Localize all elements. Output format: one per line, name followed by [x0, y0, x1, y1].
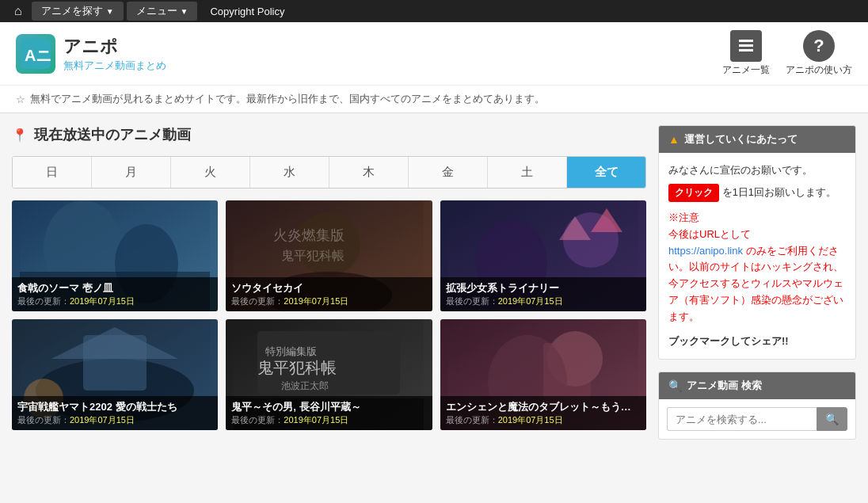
svg-text:特別編集版: 特別編集版: [265, 345, 317, 357]
tab-thursday[interactable]: 木: [329, 157, 409, 188]
pin-icon: ☆: [16, 93, 25, 105]
svg-text:鬼平犯科帳: 鬼平犯科帳: [281, 249, 345, 262]
header-actions: アニメ一覧 ? アニポの使い方: [722, 30, 852, 77]
anime-card[interactable]: 食戟のソーマ 壱ノ皿 最後の更新：2019年07月15日: [12, 200, 218, 311]
explore-label: アニメを探す: [41, 4, 103, 18]
anime-card-info: ソウタイセカイ 最後の更新：2019年07月15日: [226, 277, 432, 311]
section-title-area: 📍 現在放送中のアニメ動画: [12, 125, 646, 144]
svg-text:火炎燃集版: 火炎燃集版: [273, 227, 345, 243]
anime-date: 最後の更新：2019年07月15日: [231, 414, 426, 426]
usage-label: アニポの使い方: [786, 63, 852, 77]
search-icon: 🔍: [668, 379, 682, 392]
sidebar: ▲ 運営していくにあたって みなさんに宣伝のお願いです。 クリック を1日1回お…: [658, 125, 856, 452]
anime-card-info: 宇宙戦艦ヤマト2202 愛の戦士たち 最後の更新：2019年07月15日: [12, 396, 218, 430]
anime-grid: 食戟のソーマ 壱ノ皿 最後の更新：2019年07月15日: [12, 200, 646, 430]
tab-all[interactable]: 全て: [567, 157, 645, 188]
anime-list-icon: [730, 30, 762, 62]
anime-card-info: 鬼平～その男, 長谷川平蔵～ 最後の更新：2019年07月15日: [226, 396, 432, 430]
logo-icon: Aニ: [16, 34, 55, 74]
anime-card[interactable]: 特別編集版 鬼平犯科帳 池波正太郎 鬼平～その男, 長谷川平蔵～ 最後の更新：2…: [226, 319, 432, 430]
tab-tuesday[interactable]: 火: [171, 157, 250, 188]
warning-line1: 今後はURLとして: [668, 228, 751, 240]
svg-point-10: [297, 212, 360, 276]
bookmark-text: ブックマークしてシェア!!: [668, 333, 846, 350]
click-badge[interactable]: クリック: [668, 184, 719, 202]
notice-text1: みなさんに宣伝のお願いです。: [668, 162, 846, 179]
search-header-label: アニメ動画 検索: [687, 379, 762, 393]
anime-list-label: アニメ一覧: [722, 63, 770, 77]
search-box: 🔍 アニメ動画 検索 🔍: [658, 372, 856, 440]
anime-card[interactable]: 火炎燃集版 鬼平犯科帳 ソウタイセカイ 最後の更新：2019年07月15日: [226, 200, 432, 311]
anime-title: エンシェンと魔法のタブレット～もうひとつのひるね姫～: [446, 400, 641, 414]
svg-text:Aニ: Aニ: [25, 47, 51, 64]
usage-icon: ?: [803, 30, 835, 62]
explore-dropdown[interactable]: アニメを探す ▼: [32, 2, 124, 21]
svg-text:鬼平犯科帳: 鬼平犯科帳: [257, 359, 337, 376]
search-input[interactable]: [667, 407, 817, 431]
warning-icon: ▲: [668, 133, 680, 146]
anime-date: 最後の更新：2019年07月15日: [17, 414, 212, 426]
notice-click-area: クリック を1日1回お願いします。: [668, 184, 846, 202]
anime-title: 拡張少女系トライナリー: [446, 281, 641, 295]
anime-card[interactable]: 宇宙戦艦ヤマト2202 愛の戦士たち 最後の更新：2019年07月15日: [12, 319, 218, 430]
anime-title: 宇宙戦艦ヤマト2202 愛の戦士たち: [17, 400, 212, 414]
copyright-link[interactable]: Copyright Policy: [200, 6, 294, 17]
notice-body: みなさんに宣伝のお願いです。 クリック を1日1回お願いします。 ※注意 今後は…: [659, 153, 855, 359]
anime-card-info: エンシェンと魔法のタブレット～もうひとつのひるね姫～ 最後の更新：2019年07…: [440, 396, 646, 430]
logo-area: Aニ アニポ 無料アニメ動画まとめ: [16, 34, 166, 74]
anime-card[interactable]: エンシェンと魔法のタブレット～もうひとつのひるね姫～ 最後の更新：2019年07…: [440, 319, 646, 430]
search-button[interactable]: 🔍: [817, 407, 847, 431]
notice-text2: を1日1回お願いします。: [722, 186, 836, 198]
svg-text:池波正太郎: 池波正太郎: [281, 380, 329, 391]
notice-header-label: 運営していくにあたって: [684, 132, 798, 147]
logo-title: アニポ: [63, 35, 166, 59]
anime-card-info: 拡張少女系トライナリー 最後の更新：2019年07月15日: [440, 277, 646, 311]
day-tabs: 日 月 火 水 木 金 土 全て: [12, 156, 646, 189]
home-icon[interactable]: ⌂: [8, 4, 29, 18]
main-container: 📍 現在放送中のアニメ動画 日 月 火 水 木 金 土 全て: [0, 113, 868, 463]
menu-label: メニュー: [136, 4, 177, 18]
search-row: 🔍: [659, 399, 855, 439]
anime-date: 最後の更新：2019年07月15日: [446, 295, 641, 307]
site-header: Aニ アニポ 無料アニメ動画まとめ アニメ一覧 ? アニポの使い方: [0, 22, 868, 86]
anime-date: 最後の更新：2019年07月15日: [231, 295, 426, 307]
anime-title: 食戟のソーマ 壱ノ皿: [17, 281, 212, 295]
menu-dropdown[interactable]: メニュー ▼: [127, 2, 198, 21]
logo-text-area: アニポ 無料アニメ動画まとめ: [63, 35, 166, 73]
content-area: 📍 現在放送中のアニメ動画 日 月 火 水 木 金 土 全て: [12, 125, 646, 452]
anime-date: 最後の更新：2019年07月15日: [17, 295, 212, 307]
search-header: 🔍 アニメ動画 検索: [659, 372, 855, 399]
logo-subtitle: 無料アニメ動画まとめ: [63, 59, 166, 73]
notice-box: ▲ 運営していくにあたって みなさんに宣伝のお願いです。 クリック を1日1回お…: [658, 125, 856, 360]
tab-sunday[interactable]: 日: [13, 157, 92, 188]
sub-header: ☆ 無料でアニメ動画が見れるまとめサイトです。最新作から旧作まで、国内すべてのア…: [0, 86, 868, 113]
anime-date: 最後の更新：2019年07月15日: [446, 414, 641, 426]
explore-arrow-icon: ▼: [106, 7, 114, 16]
menu-arrow-icon: ▼: [181, 7, 188, 16]
tab-saturday[interactable]: 土: [488, 157, 567, 188]
sub-header-text: 無料でアニメ動画が見れるまとめサイトです。最新作から旧作まで、国内すべてのアニメ…: [30, 92, 545, 106]
warning-title: ※注意: [668, 211, 699, 223]
section-title: 現在放送中のアニメ動画: [34, 125, 191, 144]
tab-friday[interactable]: 金: [409, 157, 488, 188]
anime-title: ソウタイセカイ: [231, 281, 426, 295]
warning-text: ※注意 今後はURLとして https://anipo.link のみをご利用く…: [668, 210, 846, 326]
tab-monday[interactable]: 月: [92, 157, 171, 188]
svg-rect-3: [739, 44, 753, 47]
warning-link[interactable]: https://anipo.link: [668, 245, 743, 257]
notice-header: ▲ 運営していくにあたって: [659, 126, 855, 153]
svg-rect-4: [739, 49, 753, 51]
top-nav: ⌂ アニメを探す ▼ メニュー ▼ Copyright Policy: [0, 0, 868, 22]
anime-list-button[interactable]: アニメ一覧: [722, 30, 770, 77]
svg-rect-2: [739, 40, 753, 42]
anime-card[interactable]: 拡張少女系トライナリー 最後の更新：2019年07月15日: [440, 200, 646, 311]
tab-wednesday[interactable]: 水: [250, 157, 329, 188]
usage-button[interactable]: ? アニポの使い方: [786, 30, 852, 77]
anime-card-info: 食戟のソーマ 壱ノ皿 最後の更新：2019年07月15日: [12, 277, 218, 311]
anime-title: 鬼平～その男, 長谷川平蔵～: [231, 400, 426, 414]
location-icon: 📍: [12, 128, 28, 143]
